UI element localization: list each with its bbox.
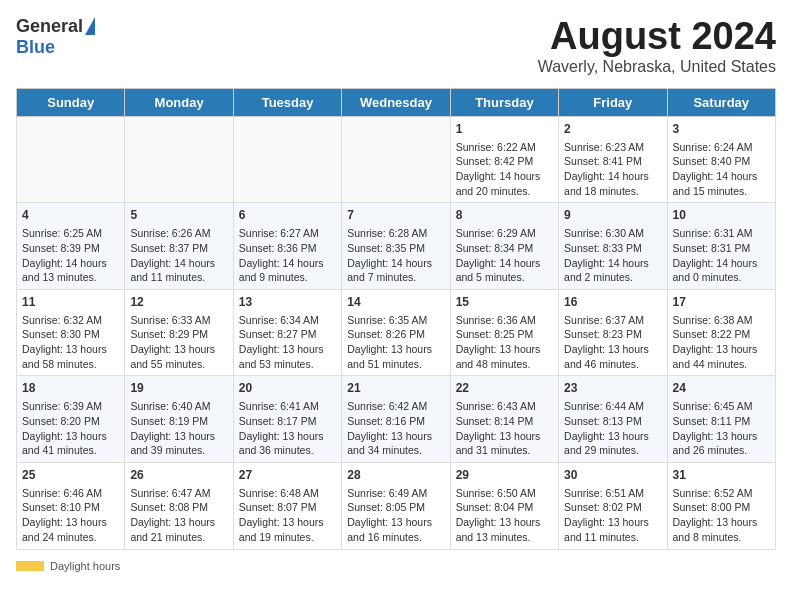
day-info-line: Sunset: 8:37 PM <box>130 241 227 256</box>
day-number: 11 <box>22 294 119 311</box>
page-header: General Blue August 2024 Waverly, Nebras… <box>16 16 776 76</box>
day-info-line: Sunrise: 6:35 AM <box>347 313 444 328</box>
daylight-bar-icon <box>16 561 44 571</box>
calendar-cell: 13Sunrise: 6:34 AMSunset: 8:27 PMDayligh… <box>233 289 341 376</box>
day-info-line: Sunrise: 6:33 AM <box>130 313 227 328</box>
day-info-line: Sunset: 8:13 PM <box>564 414 661 429</box>
day-info-line: Daylight: 13 hours and 31 minutes. <box>456 429 553 458</box>
day-number: 12 <box>130 294 227 311</box>
day-number: 9 <box>564 207 661 224</box>
day-number: 26 <box>130 467 227 484</box>
day-info-line: Sunset: 8:22 PM <box>673 327 770 342</box>
calendar-week-3: 11Sunrise: 6:32 AMSunset: 8:30 PMDayligh… <box>17 289 776 376</box>
day-info-line: Daylight: 13 hours and 44 minutes. <box>673 342 770 371</box>
calendar-header-row: SundayMondayTuesdayWednesdayThursdayFrid… <box>17 88 776 116</box>
calendar-cell: 8Sunrise: 6:29 AMSunset: 8:34 PMDaylight… <box>450 203 558 290</box>
calendar-cell: 3Sunrise: 6:24 AMSunset: 8:40 PMDaylight… <box>667 116 775 203</box>
day-number: 23 <box>564 380 661 397</box>
day-info-line: Daylight: 14 hours and 15 minutes. <box>673 169 770 198</box>
day-number: 4 <box>22 207 119 224</box>
calendar-cell: 31Sunrise: 6:52 AMSunset: 8:00 PMDayligh… <box>667 462 775 549</box>
calendar-cell: 30Sunrise: 6:51 AMSunset: 8:02 PMDayligh… <box>559 462 667 549</box>
day-info-line: Sunset: 8:31 PM <box>673 241 770 256</box>
calendar-cell: 28Sunrise: 6:49 AMSunset: 8:05 PMDayligh… <box>342 462 450 549</box>
day-number: 18 <box>22 380 119 397</box>
day-info-line: Sunset: 8:40 PM <box>673 154 770 169</box>
calendar-cell: 15Sunrise: 6:36 AMSunset: 8:25 PMDayligh… <box>450 289 558 376</box>
day-info-line: Daylight: 13 hours and 55 minutes. <box>130 342 227 371</box>
calendar-subtitle: Waverly, Nebraska, United States <box>538 58 776 76</box>
day-info-line: Daylight: 13 hours and 19 minutes. <box>239 515 336 544</box>
day-info-line: Daylight: 14 hours and 13 minutes. <box>22 256 119 285</box>
day-info-line: Sunset: 8:16 PM <box>347 414 444 429</box>
daylight-label: Daylight hours <box>50 560 120 572</box>
day-info-line: Sunrise: 6:30 AM <box>564 226 661 241</box>
day-info-line: Sunset: 8:39 PM <box>22 241 119 256</box>
calendar-dow-monday: Monday <box>125 88 233 116</box>
day-info-line: Daylight: 13 hours and 48 minutes. <box>456 342 553 371</box>
day-info-line: Sunrise: 6:26 AM <box>130 226 227 241</box>
day-info-line: Sunrise: 6:41 AM <box>239 399 336 414</box>
day-info-line: Sunrise: 6:36 AM <box>456 313 553 328</box>
calendar-dow-sunday: Sunday <box>17 88 125 116</box>
day-number: 30 <box>564 467 661 484</box>
day-info-line: Sunrise: 6:47 AM <box>130 486 227 501</box>
calendar-cell: 7Sunrise: 6:28 AMSunset: 8:35 PMDaylight… <box>342 203 450 290</box>
calendar-cell: 4Sunrise: 6:25 AMSunset: 8:39 PMDaylight… <box>17 203 125 290</box>
day-info-line: Sunset: 8:27 PM <box>239 327 336 342</box>
calendar-cell <box>17 116 125 203</box>
day-info-line: Sunset: 8:11 PM <box>673 414 770 429</box>
calendar-cell: 14Sunrise: 6:35 AMSunset: 8:26 PMDayligh… <box>342 289 450 376</box>
day-info-line: Sunset: 8:02 PM <box>564 500 661 515</box>
calendar-week-4: 18Sunrise: 6:39 AMSunset: 8:20 PMDayligh… <box>17 376 776 463</box>
calendar-cell: 26Sunrise: 6:47 AMSunset: 8:08 PMDayligh… <box>125 462 233 549</box>
day-number: 20 <box>239 380 336 397</box>
day-info-line: Sunrise: 6:46 AM <box>22 486 119 501</box>
calendar-cell <box>342 116 450 203</box>
calendar-cell: 21Sunrise: 6:42 AMSunset: 8:16 PMDayligh… <box>342 376 450 463</box>
day-number: 25 <box>22 467 119 484</box>
day-info-line: Sunrise: 6:34 AM <box>239 313 336 328</box>
day-info-line: Sunset: 8:00 PM <box>673 500 770 515</box>
day-info-line: Sunrise: 6:45 AM <box>673 399 770 414</box>
calendar-cell: 19Sunrise: 6:40 AMSunset: 8:19 PMDayligh… <box>125 376 233 463</box>
calendar-title: August 2024 <box>538 16 776 58</box>
day-number: 8 <box>456 207 553 224</box>
calendar-cell: 22Sunrise: 6:43 AMSunset: 8:14 PMDayligh… <box>450 376 558 463</box>
day-info-line: Daylight: 13 hours and 26 minutes. <box>673 429 770 458</box>
day-number: 29 <box>456 467 553 484</box>
day-info-line: Sunset: 8:20 PM <box>22 414 119 429</box>
footer: Daylight hours <box>16 560 776 572</box>
logo-blue-text: Blue <box>16 37 55 57</box>
day-number: 5 <box>130 207 227 224</box>
day-info-line: Daylight: 14 hours and 9 minutes. <box>239 256 336 285</box>
calendar-cell: 5Sunrise: 6:26 AMSunset: 8:37 PMDaylight… <box>125 203 233 290</box>
calendar-table: SundayMondayTuesdayWednesdayThursdayFrid… <box>16 88 776 550</box>
footer-row: Daylight hours <box>16 560 776 572</box>
day-number: 2 <box>564 121 661 138</box>
day-info-line: Daylight: 13 hours and 11 minutes. <box>564 515 661 544</box>
day-info-line: Daylight: 13 hours and 51 minutes. <box>347 342 444 371</box>
calendar-dow-thursday: Thursday <box>450 88 558 116</box>
day-info-line: Sunset: 8:36 PM <box>239 241 336 256</box>
day-info-line: Daylight: 13 hours and 46 minutes. <box>564 342 661 371</box>
logo: General Blue <box>16 16 95 58</box>
calendar-cell: 24Sunrise: 6:45 AMSunset: 8:11 PMDayligh… <box>667 376 775 463</box>
day-number: 31 <box>673 467 770 484</box>
day-number: 19 <box>130 380 227 397</box>
calendar-cell: 11Sunrise: 6:32 AMSunset: 8:30 PMDayligh… <box>17 289 125 376</box>
day-info-line: Daylight: 13 hours and 21 minutes. <box>130 515 227 544</box>
day-number: 22 <box>456 380 553 397</box>
logo-triangle-icon <box>85 17 95 35</box>
calendar-cell <box>233 116 341 203</box>
day-info-line: Sunrise: 6:43 AM <box>456 399 553 414</box>
day-info-line: Daylight: 13 hours and 58 minutes. <box>22 342 119 371</box>
day-info-line: Sunset: 8:34 PM <box>456 241 553 256</box>
day-info-line: Sunset: 8:29 PM <box>130 327 227 342</box>
day-info-line: Sunrise: 6:22 AM <box>456 140 553 155</box>
day-info-line: Sunrise: 6:37 AM <box>564 313 661 328</box>
day-info-line: Daylight: 13 hours and 13 minutes. <box>456 515 553 544</box>
day-info-line: Sunset: 8:41 PM <box>564 154 661 169</box>
calendar-dow-friday: Friday <box>559 88 667 116</box>
day-info-line: Sunset: 8:05 PM <box>347 500 444 515</box>
